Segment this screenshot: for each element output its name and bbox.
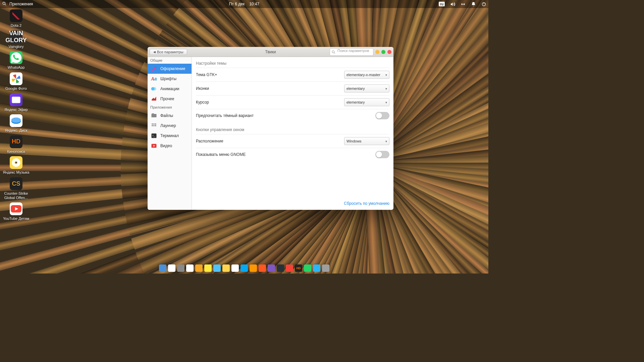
network-icon[interactable] xyxy=(461,2,466,7)
dock-item-mail2[interactable] xyxy=(204,264,212,272)
svg-line-12 xyxy=(334,53,335,54)
desktop-icon-label: WhatsApp xyxy=(3,65,30,70)
dock-item-music[interactable] xyxy=(240,264,248,272)
placement-select[interactable]: Windows xyxy=(344,137,389,145)
reset-defaults-link[interactable]: Сбросить по умолчанию xyxy=(344,201,389,206)
window-controls xyxy=(375,50,391,54)
gnome-menu-toggle[interactable] xyxy=(375,151,389,158)
desktop-icon-dota[interactable]: Dota 2 xyxy=(3,9,30,28)
dock-item-store[interactable] xyxy=(186,264,194,272)
sidebar-item-label: Лаунчер xyxy=(160,123,176,128)
sidebar-item-label: Терминал xyxy=(160,133,179,138)
desktop-icon-label: Vainglory xyxy=(3,45,30,49)
cursor-theme-label: Курсор xyxy=(196,100,344,105)
sidebar-item-label: Видео xyxy=(160,143,172,148)
sidebar-item-label: Оформление xyxy=(160,66,185,71)
settings-search-input[interactable]: Поиск параметров xyxy=(330,48,373,56)
prefer-dark-label: Предпочитать тёмный вариант xyxy=(196,113,375,118)
power-icon[interactable] xyxy=(481,2,486,7)
svg-text:>_: >_ xyxy=(152,134,155,137)
dock-item-tg[interactable] xyxy=(313,264,320,272)
section-window-buttons: Кнопки управления окном xyxy=(196,127,389,132)
panel-time[interactable]: 10:47 xyxy=(249,2,259,6)
sidebar-item-Видео[interactable]: Видео xyxy=(148,141,192,151)
dock-item-steam[interactable] xyxy=(277,264,284,272)
tweaks-window: ◀Все параметры Твики Поиск параметров Об… xyxy=(148,47,393,210)
panel-date[interactable]: Пт 6 дек xyxy=(229,2,245,6)
dock-item-wa2[interactable] xyxy=(304,264,311,272)
window-titlebar[interactable]: ◀Все параметры Твики Поиск параметров xyxy=(148,47,393,57)
volume-icon[interactable] xyxy=(450,2,455,7)
dock-item-mail[interactable] xyxy=(195,264,203,272)
svg-point-17 xyxy=(155,123,156,124)
svg-rect-4 xyxy=(12,97,20,103)
desktop-icon-gphoto[interactable]: Google Фото xyxy=(3,72,30,91)
desktop-icon-csgo[interactable]: CSCounter-Strike Global Offen... xyxy=(3,177,30,200)
keyboard-layout-indicator[interactable]: ru xyxy=(439,2,445,6)
placement-label: Расположение xyxy=(196,139,344,143)
sidebar-item-Оформление[interactable]: Оформление xyxy=(148,64,192,74)
desktop-icon-label: Counter-Strike Global Offen... xyxy=(3,191,30,200)
desktop-icon-wa[interactable]: WhatsApp xyxy=(3,51,30,70)
svg-point-0 xyxy=(3,2,5,4)
desktop-icon-label: YouTube Детям xyxy=(3,217,30,221)
sidebar-item-Лаунчер[interactable]: Лаунчер xyxy=(148,121,192,131)
icons-theme-select[interactable]: elementary xyxy=(344,84,389,93)
dock-item-trash[interactable] xyxy=(322,264,329,272)
sidebar-item-Файлы[interactable]: Файлы xyxy=(148,111,192,121)
font-icon: Aa xyxy=(150,75,158,82)
section-theme-settings: Настройки темы xyxy=(196,61,389,66)
launcher-icon xyxy=(150,122,158,129)
notifications-icon[interactable] xyxy=(471,2,476,7)
gtk-theme-label: Тема GTK+ xyxy=(196,72,344,77)
svg-point-15 xyxy=(152,123,153,124)
svg-point-18 xyxy=(152,125,153,126)
desktop-icon-efir[interactable]: Яндекс Эфир xyxy=(3,94,30,112)
sidebar-item-Прочее[interactable]: Прочее xyxy=(148,94,192,104)
dock-item-ff[interactable] xyxy=(250,264,257,272)
svg-point-19 xyxy=(153,125,154,126)
close-button[interactable] xyxy=(387,50,391,54)
svg-line-1 xyxy=(5,4,6,5)
desktop-icon-kino[interactable]: HDКинопоиск xyxy=(3,135,30,154)
dock-item-notes[interactable] xyxy=(222,264,230,272)
prefer-dark-toggle[interactable] xyxy=(375,112,389,119)
files-icon xyxy=(150,112,158,119)
gtk-theme-select[interactable]: elementary-x-master xyxy=(344,71,389,79)
search-icon[interactable] xyxy=(2,1,7,7)
dock-item-apps[interactable] xyxy=(159,264,166,272)
svg-point-9 xyxy=(15,162,17,164)
applications-menu[interactable]: Приложения xyxy=(9,2,33,6)
desktop-icon-vain[interactable]: VAIN GLORYVainglory xyxy=(3,31,30,49)
sidebar-item-Анимации[interactable]: Анимации xyxy=(148,84,192,94)
dock-item-files[interactable] xyxy=(177,264,184,272)
dock-item-ff2[interactable] xyxy=(259,264,266,272)
brush-icon xyxy=(150,65,158,72)
desktop-icon-ymusic[interactable]: Яндекс Музыка xyxy=(3,156,30,175)
dock-item-hd[interactable]: HD xyxy=(295,264,302,272)
dock-item-disc[interactable] xyxy=(268,264,275,272)
desktop-icon-label: Кинопоиск xyxy=(3,149,30,154)
dock-item-photos[interactable] xyxy=(213,264,221,272)
svg-point-20 xyxy=(155,125,156,126)
terminal-icon: >_ xyxy=(150,132,158,139)
anim-icon xyxy=(150,85,158,93)
maximize-button[interactable] xyxy=(381,50,385,54)
dock-item-yt[interactable] xyxy=(286,264,293,272)
dock-item-calendar[interactable] xyxy=(231,264,239,272)
minimize-button[interactable] xyxy=(375,50,379,54)
sidebar-item-Шрифты[interactable]: AaШрифты xyxy=(148,74,192,84)
dock-item-chrome[interactable] xyxy=(168,264,175,272)
svg-point-14 xyxy=(153,87,156,90)
video-icon xyxy=(150,142,158,149)
sidebar-header-apps: Приложения xyxy=(148,104,192,111)
desktop-icon-ydisk[interactable]: Яндекс. Диск xyxy=(3,114,30,133)
sidebar-item-label: Прочее xyxy=(160,97,174,101)
sidebar-item-Терминал[interactable]: >_Терминал xyxy=(148,131,192,141)
settings-sidebar: Общие ОформлениеAaШрифтыАнимацииПрочее П… xyxy=(148,57,192,210)
gnome-menu-label: Показывать меню GNOME xyxy=(196,152,375,157)
dock: HD xyxy=(157,263,331,273)
back-all-settings-button[interactable]: ◀Все параметры xyxy=(150,49,187,55)
cursor-theme-select[interactable]: elementary xyxy=(344,98,389,106)
desktop-icon-ytk[interactable]: YouTube Детям xyxy=(3,202,30,221)
